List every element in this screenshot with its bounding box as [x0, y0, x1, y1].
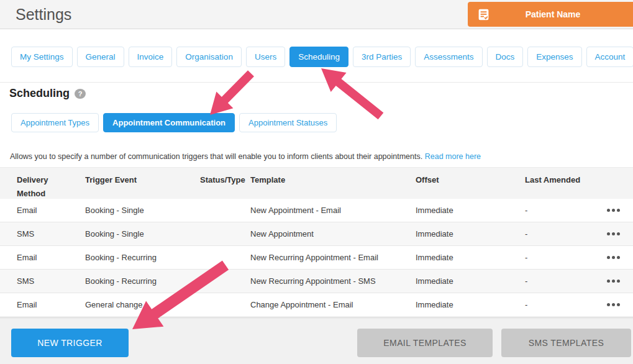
tabs-divider	[0, 82, 633, 83]
sms-templates-button[interactable]: SMS TEMPLATES	[501, 329, 631, 357]
read-more-link[interactable]: Read more here	[425, 152, 481, 161]
table-row: SMS Booking - Single New Appointment Imm…	[0, 222, 633, 246]
scheduling-subtab-bar: Appointment Types Appointment Communicat…	[11, 113, 337, 132]
table-row: Email Booking - Recurring New Recurring …	[0, 246, 633, 270]
tab-docs[interactable]: Docs	[487, 47, 524, 67]
cell-delivery-method: Email	[0, 253, 85, 262]
row-actions-menu[interactable]	[596, 303, 633, 306]
table-row: Email General change Change Appointment …	[0, 293, 633, 317]
subtab-appointment-types[interactable]: Appointment Types	[11, 113, 99, 132]
row-actions-menu[interactable]	[596, 280, 633, 283]
cell-trigger-event: General change	[85, 300, 200, 309]
page-title: Settings	[16, 0, 71, 29]
new-trigger-button[interactable]: NEW TRIGGER	[11, 329, 129, 357]
page-header: Settings Patient Name	[0, 0, 633, 29]
cell-template: Change Appointment - Email	[250, 300, 416, 309]
cell-delivery-method: Email	[0, 206, 85, 215]
cell-template: New Recurring Appointment - Email	[250, 253, 416, 262]
col-status-type: Status/Type	[200, 168, 250, 187]
settings-tab-bar: My Settings General Invoice Organisation…	[11, 47, 633, 67]
col-trigger-event: Trigger Event	[85, 168, 200, 187]
communication-triggers-table: Delivery Method Trigger Event Status/Typ…	[0, 167, 633, 317]
email-templates-button[interactable]: EMAIL TEMPLATES	[357, 329, 493, 357]
cell-delivery-method: SMS	[0, 276, 85, 286]
table-row: Email Booking - Single New Appointment -…	[0, 199, 633, 222]
cell-offset: Immediate	[416, 300, 525, 309]
subtab-appointment-communication[interactable]: Appointment Communication	[103, 113, 235, 132]
patient-name-button[interactable]: Patient Name	[468, 2, 633, 27]
col-actions	[596, 168, 633, 173]
cell-delivery-method: Email	[0, 300, 85, 309]
cell-template: New Appointment - Email	[250, 206, 416, 215]
section-header: Scheduling ?	[9, 87, 86, 100]
col-template: Template	[250, 168, 416, 187]
cell-trigger-event: Booking - Single	[85, 206, 200, 215]
col-delivery-method: Delivery Method	[0, 168, 85, 201]
tab-expenses[interactable]: Expenses	[527, 47, 581, 67]
tab-organisation[interactable]: Organisation	[176, 47, 242, 67]
col-offset: Offset	[416, 168, 525, 187]
intro-description: Allows you to specify a number of commun…	[10, 152, 422, 161]
section-title: Scheduling	[9, 87, 70, 100]
row-actions-menu[interactable]	[596, 232, 633, 235]
subtab-appointment-statuses[interactable]: Appointment Statuses	[239, 113, 337, 132]
table-row: SMS Booking - Recurring New Recurring Ap…	[0, 270, 633, 293]
col-last-amended: Last Amended	[525, 168, 596, 187]
cell-last-amended: -	[525, 206, 596, 215]
row-actions-menu[interactable]	[596, 256, 633, 259]
tab-invoice[interactable]: Invoice	[129, 47, 173, 67]
intro-text: Allows you to specify a number of commun…	[10, 152, 623, 161]
tab-scheduling[interactable]: Scheduling	[289, 47, 348, 67]
cell-offset: Immediate	[416, 206, 525, 215]
cell-offset: Immediate	[416, 229, 525, 239]
help-icon[interactable]: ?	[75, 89, 86, 99]
cell-last-amended: -	[525, 300, 596, 309]
tab-3rd-parties[interactable]: 3rd Parties	[353, 47, 411, 67]
cell-delivery-method: SMS	[0, 229, 85, 239]
cell-offset: Immediate	[416, 253, 525, 262]
settings-page: Settings Patient Name My Settings Genera…	[0, 0, 633, 364]
table-header-row: Delivery Method Trigger Event Status/Typ…	[0, 167, 633, 199]
cell-offset: Immediate	[416, 276, 525, 286]
tab-general[interactable]: General	[77, 47, 124, 67]
cell-last-amended: -	[525, 229, 596, 239]
tab-account[interactable]: Account	[586, 47, 633, 67]
clipboard-list-icon	[477, 8, 490, 21]
cell-template: New Recurring Appointment - SMS	[250, 276, 416, 286]
cell-last-amended: -	[525, 253, 596, 262]
cell-trigger-event: Booking - Recurring	[85, 253, 200, 262]
tab-users[interactable]: Users	[246, 47, 285, 67]
cell-template: New Appointment	[250, 229, 416, 239]
cell-trigger-event: Booking - Single	[85, 229, 200, 239]
tab-assessments[interactable]: Assessments	[415, 47, 482, 67]
footer-action-bar: NEW TRIGGER EMAIL TEMPLATES SMS TEMPLATE…	[0, 317, 633, 364]
cell-trigger-event: Booking - Recurring	[85, 276, 200, 286]
cell-last-amended: -	[525, 276, 596, 286]
row-actions-menu[interactable]	[596, 209, 633, 212]
patient-name-label: Patient Name	[490, 9, 633, 19]
tab-my-settings[interactable]: My Settings	[11, 47, 73, 67]
